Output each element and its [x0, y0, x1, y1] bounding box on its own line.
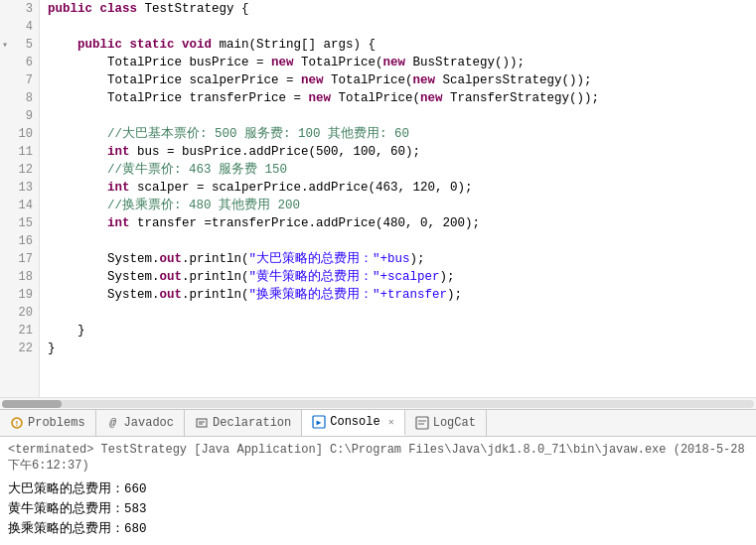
line-number: 5▾	[0, 36, 39, 54]
declaration-tab-icon	[195, 416, 209, 430]
tab-javadoc[interactable]: @Javadoc	[96, 410, 185, 436]
code-line	[40, 18, 756, 36]
line-number: 20	[0, 304, 39, 322]
line-number: 18	[0, 268, 39, 286]
line-number: 7	[0, 71, 39, 89]
line-number: 10	[0, 125, 39, 143]
tab-declaration[interactable]: Declaration	[185, 410, 302, 436]
code-line: System.out.println("换乘策略的总费用："+transfer)…	[40, 286, 756, 304]
line-number: 13	[0, 179, 39, 197]
line-number: 21	[0, 322, 39, 340]
line-number: 17	[0, 250, 39, 268]
code-line: TotalPrice scalperPrice = new TotalPrice…	[40, 71, 756, 89]
code-line: //黄牛票价: 463 服务费 150	[40, 161, 756, 179]
console-header: <terminated> TestStrategy [Java Applicat…	[8, 441, 748, 476]
line-number: 9	[0, 107, 39, 125]
javadoc-tab-label: Javadoc	[124, 416, 174, 430]
editor-scrollbar[interactable]	[0, 397, 756, 409]
line-number: 11	[0, 143, 39, 161]
code-line	[40, 232, 756, 250]
svg-text:!: !	[15, 419, 20, 428]
tab-bar: !Problems@JavadocDeclaration▶Console✕Log…	[0, 409, 756, 437]
code-line: int transfer =transferPrice.addPrice(480…	[40, 214, 756, 232]
tab-logcat[interactable]: LogCat	[405, 410, 487, 436]
scrollbar-thumb[interactable]	[2, 400, 62, 408]
code-line: TotalPrice busPrice = new TotalPrice(new…	[40, 54, 756, 71]
console-tab-close[interactable]: ✕	[388, 416, 394, 428]
code-line: public static void main(String[] args) {	[40, 36, 756, 54]
svg-text:▶: ▶	[317, 418, 322, 427]
problems-tab-label: Problems	[28, 416, 85, 430]
line-number: 22	[0, 340, 39, 357]
line-number: 19	[0, 286, 39, 304]
console-line: 大巴策略的总费用：660	[8, 479, 748, 499]
console-line: 黄牛策略的总费用：583	[8, 499, 748, 519]
code-line	[40, 107, 756, 125]
code-line: TotalPrice transferPrice = new TotalPric…	[40, 89, 756, 107]
tab-problems[interactable]: !Problems	[0, 410, 96, 436]
line-number: 4	[0, 18, 39, 36]
code-line: public class TestStrategy {	[40, 0, 756, 18]
code-line: System.out.println("黄牛策略的总费用："+scalper);	[40, 268, 756, 286]
line-numbers: 345▾678910111213141516171819202122	[0, 0, 40, 397]
console-panel: <terminated> TestStrategy [Java Applicat…	[0, 437, 756, 543]
logcat-tab-label: LogCat	[433, 416, 476, 430]
scrollbar-track[interactable]	[2, 400, 754, 408]
line-number: 8	[0, 89, 39, 107]
fold-marker[interactable]: ▾	[2, 39, 8, 51]
svg-rect-7	[416, 417, 428, 429]
problems-tab-icon: !	[10, 416, 24, 430]
declaration-tab-label: Declaration	[213, 416, 291, 430]
line-number: 12	[0, 161, 39, 179]
console-tab-label: Console	[330, 415, 379, 429]
line-number: 16	[0, 232, 39, 250]
line-number: 6	[0, 54, 39, 71]
code-line	[40, 304, 756, 322]
console-tab-icon: ▶	[312, 415, 326, 429]
javadoc-tab-icon: @	[106, 416, 120, 430]
code-line: //大巴基本票价: 500 服务费: 100 其他费用: 60	[40, 125, 756, 143]
svg-rect-2	[197, 419, 207, 427]
code-line: }	[40, 322, 756, 340]
console-line: 换乘策略的总费用：680	[8, 519, 748, 539]
tab-console[interactable]: ▶Console✕	[302, 410, 404, 436]
code-content[interactable]: public class TestStrategy { public stati…	[40, 0, 756, 397]
code-editor: 345▾678910111213141516171819202122 publi…	[0, 0, 756, 397]
line-number: 15	[0, 214, 39, 232]
line-number: 14	[0, 197, 39, 214]
code-line: int scalper = scalperPrice.addPrice(463,…	[40, 179, 756, 197]
code-line: System.out.println("大巴策略的总费用："+bus);	[40, 250, 756, 268]
console-output: 大巴策略的总费用：660黄牛策略的总费用：583换乘策略的总费用：680	[8, 479, 748, 539]
logcat-tab-icon	[415, 416, 429, 430]
line-number: 3	[0, 0, 39, 18]
code-line: int bus = busPrice.addPrice(500, 100, 60…	[40, 143, 756, 161]
code-line: //换乘票价: 480 其他费用 200	[40, 197, 756, 214]
code-line: }	[40, 340, 756, 357]
